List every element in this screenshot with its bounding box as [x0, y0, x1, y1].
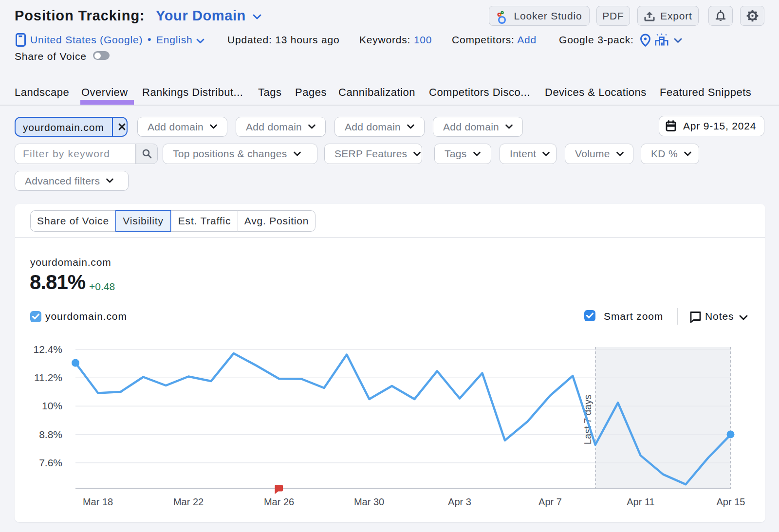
- svg-text:Apr 3: Apr 3: [448, 496, 471, 507]
- svg-text:Mar 18: Mar 18: [83, 496, 113, 507]
- svg-text:7.6%: 7.6%: [39, 457, 62, 468]
- svg-text:Apr 11: Apr 11: [627, 496, 654, 507]
- svg-text:10%: 10%: [42, 400, 62, 411]
- svg-text:Mar 30: Mar 30: [354, 496, 384, 507]
- svg-text:Mar 22: Mar 22: [173, 496, 204, 507]
- svg-text:11.2%: 11.2%: [34, 372, 62, 383]
- svg-text:8.8%: 8.8%: [39, 429, 62, 440]
- svg-text:Apr 15: Apr 15: [717, 496, 745, 507]
- svg-text:Apr 7: Apr 7: [538, 496, 562, 507]
- svg-text:12.4%: 12.4%: [33, 344, 62, 355]
- svg-text:Mar 26: Mar 26: [264, 496, 294, 507]
